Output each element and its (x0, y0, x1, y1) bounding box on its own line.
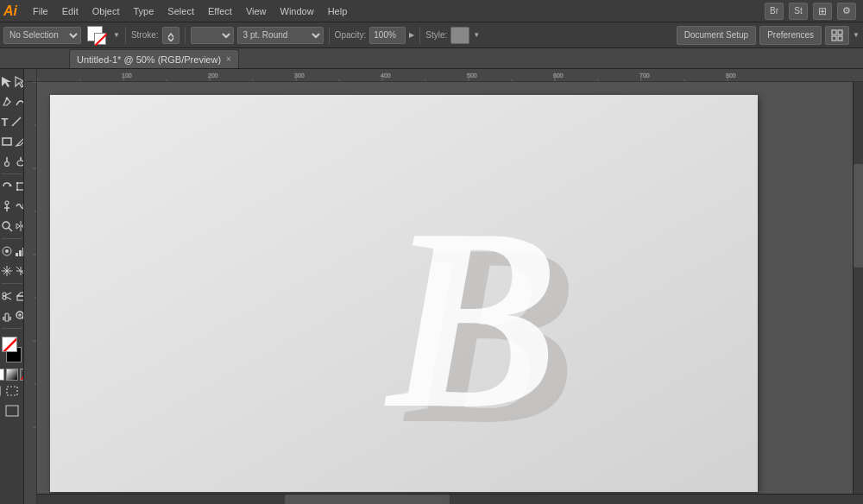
tab-close-button[interactable]: × (226, 54, 231, 64)
rotate-tool[interactable] (0, 177, 14, 196)
blob-brush-tool[interactable] (14, 152, 24, 171)
svg-text:600: 600 (553, 72, 564, 79)
menu-object[interactable]: Object (85, 4, 127, 18)
style-arrow[interactable]: ▼ (473, 31, 480, 39)
tool-separator-4 (2, 328, 22, 329)
bridge-icon[interactable]: Br (765, 3, 784, 20)
zoom-tool[interactable] (0, 217, 14, 236)
svg-line-36 (6, 293, 11, 295)
svg-rect-2 (838, 30, 842, 35)
menu-edit[interactable]: Edit (55, 4, 85, 18)
svg-rect-16 (16, 182, 18, 184)
zoom-in-tool[interactable] (14, 306, 24, 325)
svg-text:B: B (382, 175, 559, 462)
stroke-style-select[interactable]: 3 pt. Round (237, 27, 324, 44)
svg-text:100: 100 (122, 72, 132, 79)
scrollbar-h-thumb[interactable] (285, 495, 450, 504)
stroke-width-select[interactable] (191, 27, 234, 44)
menu-select[interactable]: Select (161, 4, 201, 18)
draw-mode-buttons (0, 385, 24, 397)
draw-behind-mode[interactable] (4, 385, 20, 397)
svg-line-25 (9, 228, 12, 231)
pen-tool[interactable] (0, 92, 14, 111)
foreground-color[interactable] (2, 337, 17, 352)
svg-rect-81 (24, 82, 37, 504)
opacity-input[interactable] (369, 27, 406, 44)
menu-effect[interactable]: Effect (201, 4, 239, 18)
svg-text:800: 800 (726, 72, 736, 79)
transform-tool[interactable] (14, 177, 24, 196)
mesh-tool[interactable] (0, 261, 14, 280)
separator-4 (419, 27, 420, 44)
fill-color-swatch[interactable] (85, 27, 109, 44)
svg-line-8 (12, 117, 21, 126)
symbol-sprayer-tool[interactable] (0, 242, 14, 261)
menu-type[interactable]: Type (127, 4, 161, 18)
separator-3 (329, 27, 330, 44)
preferences-button[interactable]: Preferences (759, 26, 822, 45)
color-fill-mode[interactable] (0, 369, 4, 381)
separator-2 (185, 27, 186, 44)
menu-bar: Ai File Edit Object Type Select Effect V… (0, 0, 863, 22)
ruler-corner (24, 69, 37, 82)
svg-text:700: 700 (639, 72, 650, 79)
tool-separator-3 (2, 283, 22, 284)
slice-tool[interactable] (14, 261, 24, 280)
warp-tool[interactable] (14, 197, 24, 216)
ruler-h-marks: 100 200 300 400 500 600 (37, 69, 863, 82)
menu-file[interactable]: File (26, 4, 55, 18)
document-setup-button[interactable]: Document Setup (677, 26, 757, 45)
search-icon[interactable]: ⚙ (837, 3, 856, 20)
svg-text:300: 300 (294, 72, 305, 79)
selection-dropdown[interactable]: No Selection (3, 27, 81, 44)
tool-separator-1 (2, 173, 22, 174)
screen-mode-button[interactable] (3, 401, 22, 420)
graph-tool[interactable] (14, 242, 24, 261)
line-tool[interactable] (9, 112, 23, 131)
artboard: B B (50, 95, 758, 492)
pencil-tool[interactable] (14, 132, 24, 151)
hand-tool[interactable] (0, 306, 14, 325)
scrollbar-vertical[interactable] (853, 82, 863, 494)
svg-rect-31 (16, 253, 18, 256)
paintbrush-tool[interactable] (0, 152, 14, 171)
app-switcher: Br St ⊞ ⚙ (765, 3, 856, 20)
selection-tool[interactable] (0, 72, 14, 91)
menu-window[interactable]: Window (274, 4, 321, 18)
svg-rect-9 (3, 138, 11, 145)
curvature-tool[interactable] (14, 92, 24, 111)
rectangle-tool[interactable] (0, 132, 14, 151)
tool-row-select (0, 72, 23, 91)
direct-selection-tool[interactable] (14, 72, 24, 91)
draw-normal-mode[interactable] (0, 385, 3, 397)
reflect-tool[interactable] (14, 217, 24, 236)
menu-help[interactable]: Help (321, 4, 355, 18)
canvas-area: 100 200 300 400 500 600 (24, 69, 863, 504)
tool-row-scissors (0, 287, 23, 306)
eraser-tool[interactable] (14, 287, 24, 306)
stroke-up-down[interactable] (162, 27, 180, 44)
svg-rect-15 (17, 183, 24, 190)
ruler-v-marks (24, 82, 37, 504)
style-swatch[interactable] (450, 27, 469, 44)
scrollbar-v-thumb[interactable] (854, 164, 863, 267)
color-swatch-area[interactable] (0, 335, 23, 364)
arrange-arrow[interactable]: ▼ (853, 31, 860, 39)
ruler-vertical (24, 82, 37, 504)
stock-icon[interactable]: St (789, 3, 808, 20)
workspace-icon[interactable]: ⊞ (813, 3, 832, 20)
scissors-tool[interactable] (0, 287, 14, 306)
opacity-arrow[interactable]: ▶ (409, 31, 414, 39)
document-tab[interactable]: Untitled-1* @ 50% (RGB/Preview) × (69, 49, 239, 68)
type-tool[interactable]: T (0, 112, 9, 131)
svg-point-12 (17, 161, 24, 166)
main-area: T (0, 69, 863, 504)
svg-rect-4 (838, 36, 842, 41)
arrange-icon[interactable] (825, 26, 849, 45)
menu-view[interactable]: View (239, 4, 274, 18)
scrollbar-horizontal[interactable] (37, 494, 863, 504)
svg-rect-32 (19, 250, 22, 256)
puppet-warp-tool[interactable] (0, 197, 14, 216)
tool-row-rotate (0, 177, 23, 196)
gradient-mode[interactable] (6, 369, 18, 381)
